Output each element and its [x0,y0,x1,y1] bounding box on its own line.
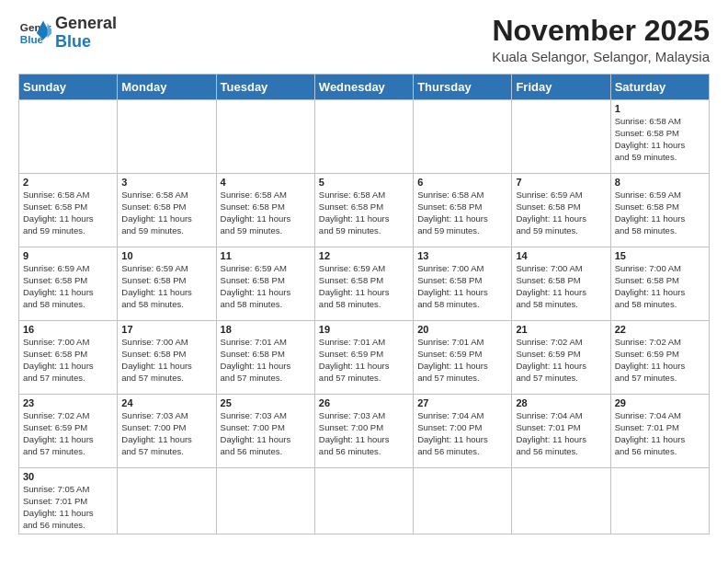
calendar-week-3: 16Sunrise: 7:00 AM Sunset: 6:58 PM Dayli… [19,321,710,395]
calendar-cell: 6Sunrise: 6:58 AM Sunset: 6:58 PM Daylig… [414,174,512,247]
calendar-cell [414,100,512,174]
day-number: 22 [615,324,705,335]
calendar-week-1: 2Sunrise: 6:58 AM Sunset: 6:58 PM Daylig… [19,174,710,247]
day-number: 19 [319,324,409,335]
day-info: Sunrise: 7:00 AM Sunset: 6:58 PM Dayligh… [121,337,211,384]
calendar-cell: 9Sunrise: 6:59 AM Sunset: 6:58 PM Daylig… [19,247,118,321]
day-number: 2 [23,177,113,188]
logo: General Blue General Blue [18,15,117,52]
calendar-cell: 2Sunrise: 6:58 AM Sunset: 6:58 PM Daylig… [19,174,118,247]
calendar-cell [216,468,314,534]
day-number: 28 [516,397,606,408]
calendar-cell [216,100,314,174]
calendar-cell: 26Sunrise: 7:03 AM Sunset: 7:00 PM Dayli… [314,395,413,468]
weekday-header-tuesday: Tuesday [216,75,314,100]
month-title: November 2025 [492,15,710,47]
day-info: Sunrise: 7:03 AM Sunset: 7:00 PM Dayligh… [221,410,311,457]
day-info: Sunrise: 6:59 AM Sunset: 6:58 PM Dayligh… [121,263,211,310]
calendar-cell [314,100,413,174]
day-info: Sunrise: 6:58 AM Sunset: 6:58 PM Dayligh… [615,116,705,163]
day-number: 8 [615,177,705,188]
title-block: November 2025 Kuala Selangor, Selangor, … [492,15,710,64]
calendar-cell: 15Sunrise: 7:00 AM Sunset: 6:58 PM Dayli… [610,247,709,321]
day-number: 29 [615,397,705,408]
weekday-header-monday: Monday [118,75,216,100]
weekday-header-friday: Friday [512,75,610,100]
day-number: 12 [319,250,409,261]
day-number: 26 [319,397,409,408]
day-info: Sunrise: 6:59 AM Sunset: 6:58 PM Dayligh… [23,263,113,310]
calendar-cell: 25Sunrise: 7:03 AM Sunset: 7:00 PM Dayli… [216,395,314,468]
calendar-cell: 18Sunrise: 7:01 AM Sunset: 6:58 PM Dayli… [216,321,314,395]
day-info: Sunrise: 7:01 AM Sunset: 6:59 PM Dayligh… [319,337,409,384]
day-number: 7 [516,177,606,188]
calendar-cell [19,100,118,174]
weekday-header-thursday: Thursday [414,75,512,100]
day-info: Sunrise: 7:00 AM Sunset: 6:58 PM Dayligh… [417,263,507,310]
day-info: Sunrise: 7:00 AM Sunset: 6:58 PM Dayligh… [516,263,606,310]
day-info: Sunrise: 6:58 AM Sunset: 6:58 PM Dayligh… [23,190,113,236]
calendar-table: SundayMondayTuesdayWednesdayThursdayFrid… [18,74,710,534]
calendar-cell: 28Sunrise: 7:04 AM Sunset: 7:01 PM Dayli… [512,395,610,468]
day-info: Sunrise: 7:04 AM Sunset: 7:00 PM Dayligh… [417,410,507,457]
day-info: Sunrise: 7:02 AM Sunset: 6:59 PM Dayligh… [23,410,113,457]
day-number: 1 [615,103,705,114]
calendar-cell: 4Sunrise: 6:58 AM Sunset: 6:58 PM Daylig… [216,174,314,247]
day-info: Sunrise: 7:02 AM Sunset: 6:59 PM Dayligh… [516,337,606,384]
day-number: 5 [319,177,409,188]
calendar-cell [414,468,512,534]
day-number: 23 [23,397,113,408]
calendar-cell: 30Sunrise: 7:05 AM Sunset: 7:01 PM Dayli… [19,468,118,534]
day-info: Sunrise: 7:01 AM Sunset: 6:59 PM Dayligh… [417,337,507,384]
day-info: Sunrise: 6:58 AM Sunset: 6:58 PM Dayligh… [221,190,311,236]
day-number: 6 [417,177,507,188]
day-info: Sunrise: 7:03 AM Sunset: 7:00 PM Dayligh… [319,410,409,457]
header: General Blue General Blue November 2025 … [18,15,710,64]
day-number: 20 [417,324,507,335]
calendar-cell: 12Sunrise: 6:59 AM Sunset: 6:58 PM Dayli… [314,247,413,321]
calendar-cell [118,468,216,534]
day-number: 30 [23,471,113,482]
logo-icon: General Blue [18,17,51,50]
day-number: 18 [221,324,311,335]
calendar-week-2: 9Sunrise: 6:59 AM Sunset: 6:58 PM Daylig… [19,247,710,321]
calendar-cell: 8Sunrise: 6:59 AM Sunset: 6:58 PM Daylig… [610,174,709,247]
calendar-cell: 5Sunrise: 6:58 AM Sunset: 6:58 PM Daylig… [314,174,413,247]
calendar-cell: 3Sunrise: 6:58 AM Sunset: 6:58 PM Daylig… [118,174,216,247]
day-info: Sunrise: 6:59 AM Sunset: 6:58 PM Dayligh… [516,190,606,236]
day-number: 15 [615,250,705,261]
calendar-cell: 27Sunrise: 7:04 AM Sunset: 7:00 PM Dayli… [414,395,512,468]
day-info: Sunrise: 7:05 AM Sunset: 7:01 PM Dayligh… [23,484,113,531]
day-info: Sunrise: 7:02 AM Sunset: 6:59 PM Dayligh… [615,337,705,384]
calendar-week-4: 23Sunrise: 7:02 AM Sunset: 6:59 PM Dayli… [19,395,710,468]
day-number: 9 [23,250,113,261]
calendar-cell: 20Sunrise: 7:01 AM Sunset: 6:59 PM Dayli… [414,321,512,395]
calendar-cell [512,100,610,174]
calendar-cell: 11Sunrise: 6:59 AM Sunset: 6:58 PM Dayli… [216,247,314,321]
calendar-cell: 22Sunrise: 7:02 AM Sunset: 6:59 PM Dayli… [610,321,709,395]
calendar-week-5: 30Sunrise: 7:05 AM Sunset: 7:01 PM Dayli… [19,468,710,534]
day-number: 24 [121,397,211,408]
calendar-cell [314,468,413,534]
calendar-cell [610,468,709,534]
calendar-cell: 21Sunrise: 7:02 AM Sunset: 6:59 PM Dayli… [512,321,610,395]
day-info: Sunrise: 6:59 AM Sunset: 6:58 PM Dayligh… [221,263,311,310]
day-number: 11 [221,250,311,261]
calendar-cell: 14Sunrise: 7:00 AM Sunset: 6:58 PM Dayli… [512,247,610,321]
day-info: Sunrise: 6:58 AM Sunset: 6:58 PM Dayligh… [417,190,507,236]
calendar-cell: 16Sunrise: 7:00 AM Sunset: 6:58 PM Dayli… [19,321,118,395]
calendar-cell: 13Sunrise: 7:00 AM Sunset: 6:58 PM Dayli… [414,247,512,321]
day-number: 13 [417,250,507,261]
day-info: Sunrise: 7:03 AM Sunset: 7:00 PM Dayligh… [121,410,211,457]
day-number: 16 [23,324,113,335]
weekday-header-wednesday: Wednesday [314,75,413,100]
calendar-cell: 19Sunrise: 7:01 AM Sunset: 6:59 PM Dayli… [314,321,413,395]
day-number: 27 [417,397,507,408]
calendar-cell: 29Sunrise: 7:04 AM Sunset: 7:01 PM Dayli… [610,395,709,468]
day-number: 4 [221,177,311,188]
calendar-cell [512,468,610,534]
calendar-cell: 17Sunrise: 7:00 AM Sunset: 6:58 PM Dayli… [118,321,216,395]
day-info: Sunrise: 7:04 AM Sunset: 7:01 PM Dayligh… [615,410,705,457]
calendar-cell: 24Sunrise: 7:03 AM Sunset: 7:00 PM Dayli… [118,395,216,468]
location-title: Kuala Selangor, Selangor, Malaysia [492,49,710,64]
